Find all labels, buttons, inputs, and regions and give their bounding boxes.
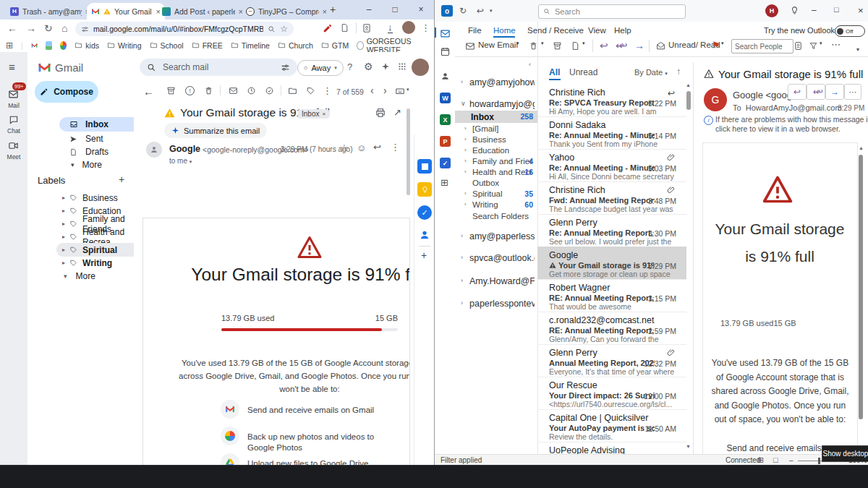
folder-row[interactable]: ›Family and Friends4: [455, 157, 537, 168]
summarize-email-button[interactable]: Summarize this email: [164, 123, 267, 138]
search-filter-icon[interactable]: [281, 63, 290, 72]
excel-icon[interactable]: X: [440, 114, 451, 125]
account-row[interactable]: ›spvca@outlook.c...: [455, 253, 537, 264]
new-email-button[interactable]: New Email: [478, 40, 518, 49]
tips-bulb-icon[interactable]: [790, 6, 799, 15]
sync-icon[interactable]: ↻: [459, 6, 467, 16]
scrollbar-thumb[interactable]: [407, 108, 410, 195]
close-tab-icon[interactable]: ×: [323, 7, 327, 16]
expander-icon[interactable]: ▸: [62, 260, 65, 266]
reading-view-icon[interactable]: □: [773, 455, 778, 464]
sort-by-date[interactable]: By Date ▾: [634, 68, 668, 77]
chat-tab-icon[interactable]: [9, 115, 19, 125]
snooze-icon[interactable]: [247, 86, 256, 95]
follow-up-flag-icon[interactable]: ⚑: [712, 40, 720, 51]
site-info-icon[interactable]: [81, 25, 89, 33]
search-input[interactable]: Search mail: [140, 59, 297, 76]
apps-grid-icon[interactable]: [398, 62, 407, 71]
google-photos-bookmark-icon[interactable]: [60, 41, 67, 50]
maximize-button[interactable]: □: [834, 5, 839, 14]
add-to-tasks-icon[interactable]: [265, 86, 274, 95]
message-row[interactable]: Christine Rich ↩ Re: SPVCA Treasury Repo…: [537, 84, 686, 117]
zoom-icon[interactable]: [268, 25, 276, 33]
profile-avatar[interactable]: [402, 21, 415, 34]
labels-icon[interactable]: [306, 86, 315, 95]
message-row[interactable]: Christine Rich Fwd: Annual Meeting Repor…: [537, 181, 686, 215]
bookmark-folder-kids[interactable]: kids: [75, 41, 99, 50]
address-bar[interactable]: mail.google.com/mail/u/0/#inbox/FMfcgzQc…: [75, 22, 294, 36]
account-row[interactable]: ›paperlesspontev...: [455, 299, 537, 309]
ribbon-more-icon[interactable]: ⋯: [831, 39, 841, 50]
filter-email-icon[interactable]: [809, 41, 818, 51]
scrollbar-thumb[interactable]: [859, 155, 863, 419]
message-row[interactable]: Glenn Perry Re: Annual Meeting Report, 2…: [537, 214, 686, 247]
folder-row[interactable]: ›Spiritual35: [455, 189, 537, 200]
mail-nav-icon[interactable]: [440, 28, 451, 39]
expander-icon[interactable]: ▸: [62, 247, 65, 253]
chevron-down-icon[interactable]: ▾: [721, 40, 724, 46]
collapse-folder-pane-icon[interactable]: ‹: [529, 61, 531, 68]
report-spam-icon[interactable]: !: [185, 86, 195, 95]
mark-unread-icon[interactable]: [229, 86, 238, 95]
message-row[interactable]: Donni Sadaka Re: Annual Meeting - Minute…: [537, 116, 686, 150]
google-keep-icon[interactable]: [417, 182, 432, 197]
delete-icon[interactable]: [204, 86, 213, 95]
minimize-button[interactable]: –: [357, 0, 380, 19]
zoom-out-icon[interactable]: –: [789, 456, 793, 464]
move-icon[interactable]: [571, 41, 580, 51]
extension-icon[interactable]: [340, 23, 349, 33]
chevron-down-icon[interactable]: ▾: [407, 87, 409, 93]
folder-row[interactable]: ›Education: [455, 146, 537, 157]
mail-tab-icon[interactable]: [8, 89, 19, 100]
back-icon[interactable]: ←: [7, 22, 17, 34]
move-to-icon[interactable]: [288, 86, 297, 95]
bookmark-folder-free[interactable]: FREE: [192, 41, 223, 50]
help-icon[interactable]: ?: [347, 61, 352, 72]
outlook-search-input[interactable]: Search: [538, 4, 686, 19]
star-icon[interactable]: ☆: [340, 142, 349, 153]
home-icon[interactable]: ⌂: [61, 22, 67, 34]
google-contacts-icon[interactable]: [419, 229, 430, 241]
message-row[interactable]: c.ronald232@comcast.net RE: Annual Meeti…: [537, 312, 686, 345]
bookmark-folder-church[interactable]: Church: [278, 41, 313, 50]
menu-help[interactable]: Help: [614, 26, 631, 35]
scroll-down-icon[interactable]: ▼: [686, 444, 691, 449]
close-button[interactable]: ×: [858, 5, 864, 16]
undo-icon[interactable]: ↩: [477, 6, 484, 16]
powerpoint-icon[interactable]: P: [440, 136, 451, 147]
more-options-icon[interactable]: ⋮: [323, 85, 332, 96]
layout-view-icon[interactable]: ⊞: [757, 455, 764, 465]
forward-icon[interactable]: →: [26, 22, 36, 34]
account-row[interactable]: ∨howardamyjo@g...: [455, 99, 537, 110]
account-avatar[interactable]: [412, 59, 429, 76]
folder-row[interactable]: ›Business: [455, 135, 537, 146]
expander-icon[interactable]: ▸: [62, 234, 65, 240]
reply-button[interactable]: ↩: [788, 84, 807, 100]
sender-avatar[interactable]: [146, 142, 162, 158]
gemini-sparkle-icon[interactable]: [381, 62, 390, 71]
scroll-up-icon[interactable]: ▲: [686, 82, 691, 87]
apps-grid-icon[interactable]: ⊞: [6, 40, 13, 51]
message-row[interactable]: Robert Wagner RE: Annual Meeting Report,…: [537, 279, 686, 312]
calendar-nav-icon[interactable]: [440, 46, 451, 57]
gmail-bookmark-icon[interactable]: [31, 41, 38, 50]
maximize-button[interactable]: □: [383, 0, 407, 19]
bookmark-folder-gtm[interactable]: GTM: [321, 41, 349, 50]
status-chip[interactable]: ○ Away ▾: [297, 60, 344, 76]
more-apps-icon[interactable]: ⊞: [441, 177, 448, 188]
archive-icon[interactable]: [166, 86, 176, 95]
newer-email-icon[interactable]: ‹: [370, 85, 374, 96]
reply-icon[interactable]: ↩: [373, 142, 381, 153]
menu-home[interactable]: Home: [493, 26, 516, 35]
account-row[interactable]: ›Amy.Howard@Fl...: [455, 276, 537, 287]
message-row-selected[interactable]: Google Your Gmail storage is 91% full 3:…: [537, 247, 686, 280]
reply-icon[interactable]: ↩: [600, 40, 608, 51]
browser-menu-icon[interactable]: ⋮: [421, 22, 430, 33]
add-addon-icon[interactable]: +: [421, 249, 427, 261]
folder-row[interactable]: Outbox: [455, 179, 537, 189]
tab-trash[interactable]: H Trash - amy@amyjoh... ×: [6, 3, 94, 20]
todo-icon[interactable]: ✓: [440, 158, 451, 168]
folder-row[interactable]: ›[Gmail]: [455, 124, 537, 135]
print-icon[interactable]: [375, 108, 386, 118]
refresh-icon[interactable]: ↻: [44, 22, 53, 34]
